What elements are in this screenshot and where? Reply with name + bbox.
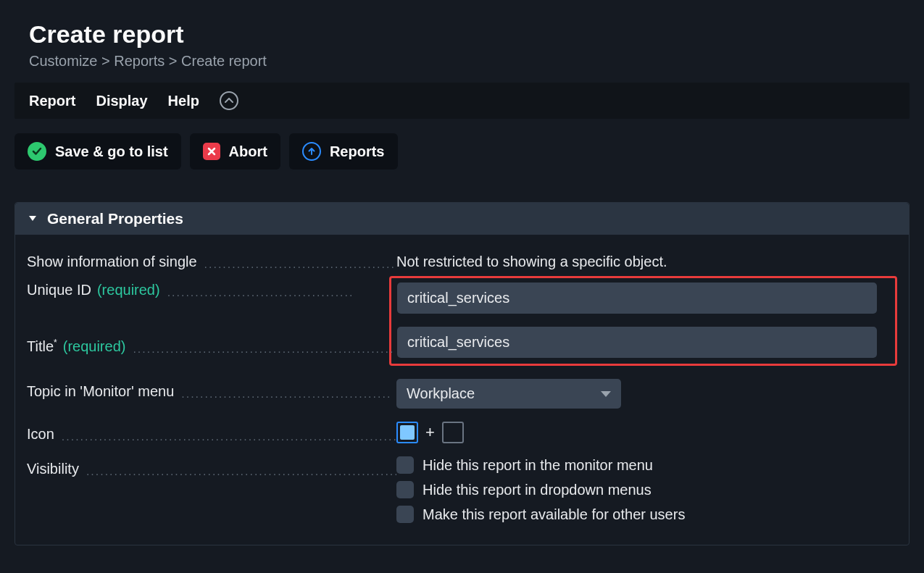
menubar: Report Display Help [14,83,910,119]
unique-id-required: (required) [97,282,160,298]
caret-down-icon [601,391,611,397]
show-info-value: Not restricted to showing a specific obj… [396,249,897,270]
chevron-up-icon [225,98,233,104]
action-buttons: Save & go to list Abort Reports [14,133,910,170]
visibility-option-hide-monitor[interactable]: Hide this report in the monitor menu [396,456,897,474]
dots-filler: ........................................ [167,286,396,298]
unique-id-label: Unique ID [27,282,91,298]
plus-icon: + [425,423,435,442]
title-required: (required) [63,338,126,355]
save-button-label: Save & go to list [55,143,168,160]
dots-filler: ........................................… [204,258,396,270]
collapse-menubar-button[interactable] [220,91,238,110]
reports-button[interactable]: Reports [289,133,398,170]
visibility-option-make-available[interactable]: Make this report available for other use… [396,506,897,523]
caret-down-icon [28,215,37,222]
icon-swatch-empty[interactable] [442,422,464,443]
menu-report[interactable]: Report [29,93,75,109]
visibility-label: Visibility [27,461,79,477]
menu-help[interactable]: Help [168,93,199,109]
panel-header[interactable]: General Properties [15,203,909,235]
checkbox-label: Hide this report in the monitor menu [423,457,653,474]
checkbox[interactable] [396,506,414,523]
icon-label: Icon [27,426,54,443]
arrow-up-icon [302,142,321,161]
unique-id-field[interactable] [397,283,877,314]
checkbox[interactable] [396,481,414,498]
swatch-color [400,425,415,440]
topic-select[interactable]: Workplace [396,379,621,409]
close-icon [203,143,220,160]
save-button[interactable]: Save & go to list [14,133,181,170]
show-info-label: Show information of single [27,254,197,270]
reports-button-label: Reports [330,143,385,160]
panel-title: General Properties [47,210,183,227]
dots-filler: ........................................… [181,388,396,400]
abort-button[interactable]: Abort [190,133,280,170]
check-icon [28,142,46,161]
topic-select-value: Workplace [407,385,475,402]
title-label: Title* [27,338,57,355]
title-field[interactable] [397,327,877,358]
dots-filler: ........................................… [86,465,396,477]
checkbox-label: Make this report available for other use… [423,506,685,523]
general-properties-panel: General Properties Show information of s… [14,202,910,545]
topic-label: Topic in 'Monitor' menu [27,383,174,400]
menu-display[interactable]: Display [96,93,147,109]
dots-filler: ........................................… [133,343,396,355]
page-title: Create report [29,20,910,49]
dots-filler: ........................................… [62,430,396,443]
icon-swatch-selected[interactable] [396,422,418,443]
highlight-box [389,276,897,366]
visibility-option-hide-dropdown[interactable]: Hide this report in dropdown menus [396,481,897,498]
checkbox-label: Hide this report in dropdown menus [423,482,652,498]
breadcrumb: Customize > Reports > Create report [29,53,910,70]
checkbox[interactable] [396,456,414,474]
abort-button-label: Abort [229,143,267,160]
